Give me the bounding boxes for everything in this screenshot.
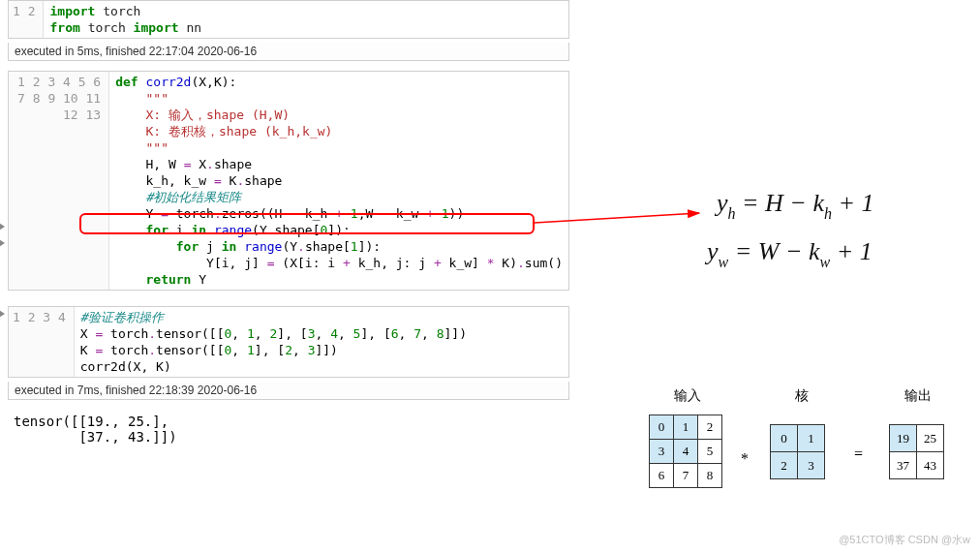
conv-diagram: 输入 核 输出 012 345 678 * 01 23 = 1925 3743	[629, 387, 978, 533]
label-output: 输出	[894, 387, 942, 405]
exec-note-1: executed in 5ms, finished 22:17:04 2020-…	[8, 43, 569, 61]
input-grid: 012 345 678	[649, 415, 722, 488]
code-cell-3: 1 2 3 4 #验证卷积操作 X = torch.tensor([[0, 1,…	[8, 306, 569, 378]
gutter-3: 1 2 3 4	[9, 307, 75, 377]
output-grid: 1925 3743	[889, 424, 944, 479]
fold-marker-icon	[0, 239, 5, 247]
label-kernel: 核	[782, 387, 821, 405]
cell-output: tensor([[19., 25.], [37., 43.]])	[8, 410, 569, 448]
fold-marker-icon	[0, 223, 5, 230]
code-cell-1: 1 2 import torch from torch import nn	[8, 0, 569, 39]
code-3: #验证卷积操作 X = torch.tensor([[0, 1, 2], [3,…	[75, 307, 568, 377]
formula-yw: yw = W − kw + 1	[707, 237, 873, 269]
star-op: *	[741, 450, 749, 468]
gutter-2: 1 2 3 4 5 6 7 8 9 10 11 12 13	[9, 72, 109, 290]
code-2: def corr2d(X,K): """ X: 输入，shape (H,W) K…	[109, 72, 568, 290]
formula-yh: yh = H − kh + 1	[717, 189, 874, 221]
eq-op: =	[854, 445, 863, 463]
gutter-1: 1 2	[9, 1, 44, 38]
fold-marker-icon	[0, 310, 5, 318]
kernel-grid: 01 23	[770, 424, 825, 479]
code-1: import torch from torch import nn	[44, 1, 568, 38]
exec-note-3: executed in 7ms, finished 22:18:39 2020-…	[8, 382, 569, 400]
label-input: 输入	[658, 387, 717, 405]
code-cell-2: 1 2 3 4 5 6 7 8 9 10 11 12 13 def corr2d…	[8, 71, 569, 291]
watermark: @51CTO博客 CSDN @水w	[839, 533, 970, 547]
